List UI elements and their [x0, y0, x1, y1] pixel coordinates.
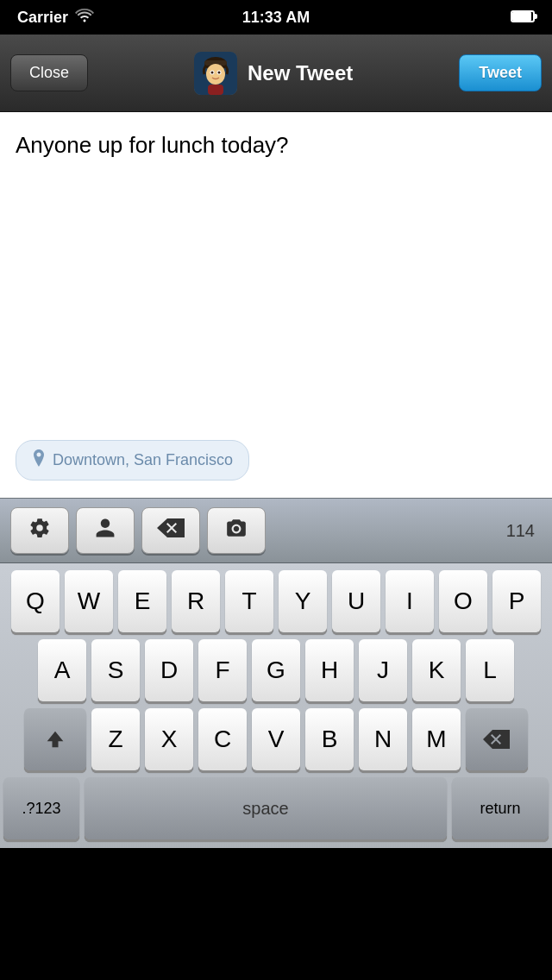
tweet-button[interactable]: Tweet — [459, 54, 542, 91]
keyboard-row-4: .?123 space return — [3, 777, 549, 848]
location-pin-icon — [32, 449, 46, 471]
key-h[interactable]: H — [305, 639, 354, 701]
space-key[interactable]: space — [85, 777, 447, 839]
avatar — [194, 52, 237, 95]
key-t[interactable]: T — [225, 570, 273, 632]
close-button[interactable]: Close — [10, 54, 88, 91]
mention-toolbar-button[interactable] — [76, 507, 135, 554]
person-icon — [94, 517, 116, 544]
key-x[interactable]: X — [145, 708, 193, 770]
nav-title: New Tweet — [248, 61, 353, 85]
nav-center: New Tweet — [194, 52, 353, 95]
battery-icon — [511, 9, 535, 27]
location-bar: Downtown, San Francisco — [0, 440, 552, 498]
keyboard-toolbar: 114 — [0, 498, 552, 563]
key-p[interactable]: P — [492, 570, 541, 632]
key-l[interactable]: L — [466, 639, 514, 701]
return-key[interactable]: return — [452, 777, 549, 839]
key-a[interactable]: A — [38, 639, 86, 701]
numeric-label: .?123 — [22, 800, 60, 818]
tweet-input[interactable] — [16, 129, 536, 405]
location-pill[interactable]: Downtown, San Francisco — [16, 440, 249, 481]
key-v[interactable]: V — [252, 708, 300, 770]
key-y[interactable]: Y — [279, 570, 327, 632]
nav-bar: Close — [0, 35, 552, 112]
svg-point-3 — [206, 64, 225, 85]
carrier-label: Carrier — [17, 9, 68, 27]
key-u[interactable]: U — [332, 570, 380, 632]
key-i[interactable]: I — [386, 570, 434, 632]
time-label: 11:33 AM — [242, 9, 310, 26]
svg-point-6 — [211, 71, 214, 73]
svg-point-7 — [218, 71, 221, 73]
key-c[interactable]: C — [198, 708, 247, 770]
key-e[interactable]: E — [118, 570, 166, 632]
svg-rect-8 — [208, 85, 223, 95]
key-f[interactable]: F — [198, 639, 247, 701]
char-count: 114 — [506, 521, 542, 541]
shift-key[interactable] — [24, 708, 86, 770]
delete-key[interactable] — [466, 708, 528, 770]
key-k[interactable]: K — [412, 639, 461, 701]
key-d[interactable]: D — [145, 639, 193, 701]
backspace-icon — [155, 517, 186, 544]
keyboard-row-1: Q W E R T Y U I O P — [3, 570, 549, 632]
delete-word-toolbar-button[interactable] — [141, 507, 200, 554]
key-q[interactable]: Q — [11, 570, 60, 632]
key-o[interactable]: O — [439, 570, 487, 632]
key-r[interactable]: R — [172, 570, 220, 632]
keyboard-row-2: A S D F G H J K L — [3, 639, 549, 701]
key-w[interactable]: W — [65, 570, 113, 632]
gear-icon — [28, 517, 51, 544]
key-z[interactable]: Z — [91, 708, 140, 770]
status-bar: Carrier 11:33 AM — [0, 0, 552, 35]
space-label: space — [242, 799, 288, 819]
key-n[interactable]: N — [359, 708, 407, 770]
settings-toolbar-button[interactable] — [10, 507, 69, 554]
key-m[interactable]: M — [412, 708, 461, 770]
camera-toolbar-button[interactable] — [207, 507, 266, 554]
location-text: Downtown, San Francisco — [53, 451, 233, 469]
return-label: return — [480, 800, 520, 818]
key-s[interactable]: S — [91, 639, 140, 701]
camera-icon — [225, 517, 248, 544]
key-b[interactable]: B — [305, 708, 354, 770]
numeric-key[interactable]: .?123 — [3, 777, 79, 839]
keyboard-row-3: Z X C V B N M — [3, 708, 549, 770]
keyboard: Q W E R T Y U I O P A S D F G H J K L Z … — [0, 563, 552, 848]
key-j[interactable]: J — [359, 639, 407, 701]
key-g[interactable]: G — [252, 639, 300, 701]
compose-area — [0, 112, 552, 440]
wifi-icon — [75, 9, 94, 27]
